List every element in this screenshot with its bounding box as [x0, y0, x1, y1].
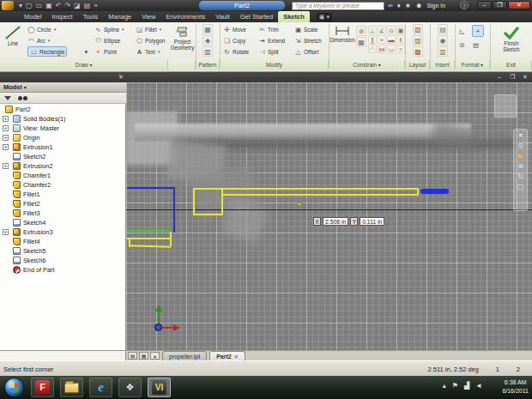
- tree-item-chamfer2[interactable]: Chamfer2: [0, 180, 125, 190]
- ellipse-tool[interactable]: Ellipse: [94, 35, 120, 45]
- vertical-constraint-icon[interactable]: [396, 35, 405, 44]
- offset-tool[interactable]: Offset: [294, 46, 318, 57]
- tray-expand-icon[interactable]: [443, 382, 446, 390]
- tooltip-y-value[interactable]: 0.111 in: [360, 217, 384, 226]
- inventor-logo-icon[interactable]: [2, 1, 14, 10]
- equal-constraint-icon[interactable]: [396, 45, 405, 53]
- sketch-line-yellow-a[interactable]: [127, 238, 171, 239]
- orbit-icon[interactable]: [517, 173, 523, 180]
- auto-dimension-icon[interactable]: [356, 26, 366, 36]
- concentric-constraint-icon[interactable]: [387, 26, 396, 34]
- arc-tool[interactable]: Arc: [27, 35, 50, 45]
- rectangle-tool[interactable]: Rectangle: [27, 46, 67, 57]
- taskbar-cad-app[interactable]: [118, 378, 142, 397]
- doc-tab-part2[interactable]: Part2: [209, 351, 245, 360]
- user-icon[interactable]: [415, 2, 422, 9]
- fillet-tool[interactable]: Fillet: [136, 24, 161, 34]
- tab-get-started[interactable]: Get Started: [235, 11, 278, 22]
- tree-item-sketch4[interactable]: Sketch4: [0, 218, 125, 227]
- format-panel-label[interactable]: Format: [456, 60, 490, 70]
- coincident-constraint-icon[interactable]: [378, 35, 386, 44]
- angle-constraint-icon[interactable]: [378, 26, 386, 34]
- doc-tab-propeller[interactable]: propeller.ipt: [162, 351, 207, 360]
- tab-scroll-up-icon[interactable]: [150, 352, 160, 360]
- close-button[interactable]: ✕: [508, 1, 530, 9]
- tree-item-extrusion2[interactable]: Extrusion2: [0, 161, 125, 171]
- tab-manage[interactable]: Manage: [103, 11, 136, 22]
- update-icon[interactable]: [84, 1, 91, 10]
- filter-icon[interactable]: [4, 96, 11, 100]
- new-file-icon[interactable]: [26, 1, 33, 10]
- finish-sketch-button[interactable]: Finish Sketch: [496, 24, 527, 59]
- look-at-icon[interactable]: [517, 184, 524, 190]
- zoom-icon[interactable]: [517, 163, 523, 170]
- parallel-constraint-icon[interactable]: [368, 35, 377, 44]
- tab-tools[interactable]: Tools: [78, 11, 104, 22]
- tree-item-sketch6[interactable]: Sketch6: [0, 256, 125, 265]
- browser-header[interactable]: Model: [0, 82, 126, 93]
- taskbar-app-format[interactable]: F: [31, 378, 54, 397]
- tree-item-view-master[interactable]: View: Master: [0, 124, 125, 133]
- rectangular-pattern-icon[interactable]: [203, 24, 213, 34]
- tree-item-fillet1[interactable]: Fillet1: [0, 190, 125, 199]
- rotate-tool[interactable]: Rotate: [223, 46, 249, 57]
- tab-sketch[interactable]: Sketch: [278, 11, 310, 22]
- save-icon[interactable]: [45, 1, 52, 10]
- pattern-panel-label[interactable]: Pattern: [196, 60, 220, 70]
- create-block-icon[interactable]: [413, 46, 423, 57]
- taskbar-clock[interactable]: 6:38 AM 6/16/2011: [502, 378, 529, 396]
- smooth-constraint-icon[interactable]: [378, 45, 386, 53]
- help-icon[interactable]: ?: [460, 1, 469, 9]
- doc-close-icon[interactable]: [523, 74, 528, 81]
- viewcube[interactable]: [494, 94, 517, 118]
- tile-view-icon[interactable]: [128, 352, 137, 360]
- speaker-icon[interactable]: [475, 382, 482, 390]
- tree-item-solid-bodies[interactable]: Solid Bodies(1): [0, 114, 125, 124]
- stretch-tool[interactable]: Stretch: [294, 35, 322, 45]
- doc-restore-icon[interactable]: [510, 74, 515, 81]
- tab-model[interactable]: Model: [19, 11, 46, 22]
- constrain-panel-label[interactable]: Constrain: [329, 60, 405, 70]
- graphics-canvas[interactable]: X 2.508 in Y 0.111 in: [126, 82, 532, 350]
- redo-icon[interactable]: [64, 1, 70, 10]
- expander-icon[interactable]: [3, 144, 9, 150]
- lock-constraint-icon[interactable]: [396, 26, 405, 34]
- tooltip-x-value[interactable]: 2.508 in: [323, 217, 348, 226]
- sketch-line-yellow-c[interactable]: [129, 245, 171, 247]
- taskbar-inventor-active[interactable]: VI: [148, 378, 171, 397]
- sketch-line-blue-vertical[interactable]: [173, 187, 175, 233]
- import-points-icon[interactable]: [438, 35, 448, 45]
- favorites-icon[interactable]: [405, 2, 411, 9]
- centerline-tool[interactable]: [472, 25, 484, 37]
- steering-wheel-icon[interactable]: [517, 142, 523, 149]
- line-tool-button[interactable]: Line: [0, 24, 26, 59]
- driven-dimension-tool[interactable]: [472, 39, 480, 50]
- expander-icon[interactable]: [3, 229, 9, 235]
- sketch-rectangle-yellow[interactable]: [193, 188, 223, 215]
- layout-panel-label[interactable]: Layout: [406, 60, 430, 70]
- insert-panel-label[interactable]: Insert: [431, 60, 455, 70]
- tree-item-extrusion1[interactable]: Extrusion1: [0, 142, 125, 152]
- circle-tool[interactable]: Circle: [27, 24, 56, 34]
- sketch-line-yellow-b[interactable]: [170, 232, 172, 246]
- start-button[interactable]: [4, 378, 24, 397]
- make-components-icon[interactable]: [413, 35, 423, 45]
- insert-image-icon[interactable]: [438, 24, 448, 34]
- browser-close-icon[interactable]: [118, 74, 124, 81]
- help-search-input[interactable]: Type a keyword or phrase: [292, 2, 384, 10]
- expander-icon[interactable]: [3, 125, 9, 131]
- sketch-segment-blue[interactable]: [420, 189, 449, 194]
- taskbar-explorer[interactable]: [60, 378, 83, 397]
- subscription-icon[interactable]: [397, 2, 401, 9]
- navbar-options-icon[interactable]: [518, 132, 522, 139]
- tree-item-extrusion3[interactable]: Extrusion3: [0, 227, 125, 237]
- tree-item-fillet3[interactable]: Fillet3: [0, 209, 125, 218]
- sign-in-link[interactable]: Sign In: [426, 3, 445, 9]
- make-part-icon[interactable]: [413, 24, 423, 34]
- tree-item-origin[interactable]: Origin: [0, 133, 125, 142]
- network-icon[interactable]: [464, 382, 469, 390]
- extend-tool[interactable]: Extend: [258, 35, 285, 45]
- scale-tool[interactable]: Scale: [294, 24, 317, 34]
- taskbar-internet-explorer[interactable]: e: [89, 378, 112, 397]
- sketch-strip-yellow[interactable]: [221, 188, 419, 196]
